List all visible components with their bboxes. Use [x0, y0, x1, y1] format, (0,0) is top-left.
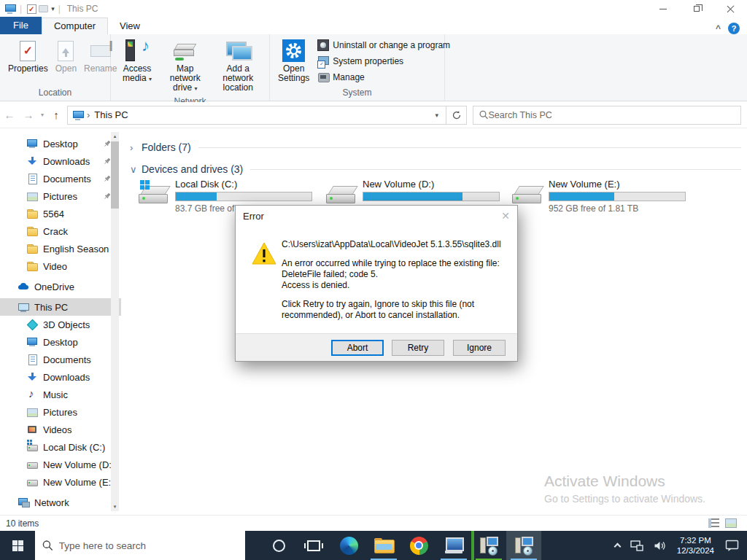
retry-button[interactable]: Retry	[392, 340, 444, 356]
sidebar-item-desktop-qa[interactable]: Desktop	[0, 135, 121, 152]
sidebar-scrollbar[interactable]: ▴ ▾	[111, 132, 119, 511]
sidebar-item-pictures[interactable]: Pictures	[0, 403, 121, 421]
start-button[interactable]	[0, 531, 35, 560]
sidebar-item-video[interactable]: Video	[0, 257, 121, 275]
drive-tile-new-volume-e[interactable]: New Volume (E:) 952 GB free of 1.81 TB	[512, 179, 694, 214]
sidebar-item-5564[interactable]: 5564	[0, 205, 121, 222]
open-button[interactable]: Open	[52, 36, 80, 76]
chrome-icon	[410, 537, 428, 555]
tab-view[interactable]: View	[108, 18, 152, 34]
sidebar-item-onedrive[interactable]: OneDrive	[0, 278, 121, 295]
dialog-title-bar[interactable]: Error ✕	[236, 206, 517, 226]
dropdown-caret-icon: ▾	[149, 76, 152, 82]
help-icon[interactable]: ?	[728, 23, 740, 34]
map-network-drive-button[interactable]: Map network drive ▾	[159, 36, 212, 96]
ignore-button[interactable]: Ignore	[453, 340, 506, 356]
folders-group-header[interactable]: › Folders (7)	[130, 139, 741, 155]
tray-expand-button[interactable]	[611, 531, 624, 560]
refresh-button[interactable]	[446, 106, 467, 125]
restore-button[interactable]	[680, 0, 713, 18]
cortana-button[interactable]	[261, 531, 296, 560]
expanded-chevron-icon[interactable]: ∨	[130, 164, 142, 175]
qat-properties-icon[interactable]: ✓	[26, 3, 37, 15]
volume-tray-button[interactable]	[650, 531, 670, 560]
task-view-button[interactable]	[296, 531, 331, 560]
this-pc-icon	[18, 301, 29, 313]
sidebar-item-documents-qa[interactable]: Documents	[0, 170, 121, 187]
dialog-close-icon[interactable]: ✕	[501, 210, 510, 222]
scrollbar-thumb[interactable]	[111, 141, 119, 209]
chrome-button[interactable]	[401, 531, 436, 560]
file-explorer-button[interactable]	[366, 531, 401, 560]
taskbar-clock[interactable]: 7:32 PM 12/3/2024	[673, 535, 719, 556]
explorer-search[interactable]	[473, 106, 741, 125]
installer-button-active[interactable]	[506, 531, 541, 560]
sidebar-item-videos[interactable]: Videos	[0, 421, 121, 438]
manage-button[interactable]: Manage	[317, 69, 450, 85]
taskbar-search-input[interactable]	[59, 540, 238, 551]
sidebar-item-english-season[interactable]: English Season	[0, 240, 121, 257]
sidebar-item-crack[interactable]: Crack	[0, 222, 121, 240]
tab-computer[interactable]: Computer	[42, 18, 108, 34]
installer-button[interactable]	[471, 531, 506, 560]
documents-icon	[26, 173, 38, 184]
edge-button[interactable]	[331, 531, 366, 560]
explorer-search-input[interactable]	[489, 110, 735, 120]
up-button[interactable]: ↑	[47, 109, 66, 121]
refresh-icon	[452, 110, 462, 120]
taskbar-search[interactable]	[35, 531, 245, 560]
ribbon-group-location: ✓ Properties Open Rename Location	[0, 34, 111, 101]
sidebar-item-downloads[interactable]: Downloads	[0, 368, 121, 386]
edge-icon	[340, 537, 358, 555]
breadcrumb[interactable]: This PC	[94, 109, 128, 120]
pin-icon	[104, 192, 111, 200]
access-media-button[interactable]: ♪ Access media ▾	[115, 36, 159, 86]
network-tray-button[interactable]	[627, 531, 647, 560]
sidebar-item-new-volume-e[interactable]: New Volume (E:)	[0, 473, 121, 491]
sidebar-item-3d-objects[interactable]: 3D Objects	[0, 316, 121, 333]
abort-button[interactable]: Abort	[331, 340, 384, 356]
installer-icon	[479, 536, 499, 556]
remote-desktop-button[interactable]	[436, 531, 471, 560]
tab-file[interactable]: File	[0, 17, 42, 34]
pictures-icon	[26, 406, 38, 418]
qat-customize-caret-icon[interactable]: ▾	[51, 5, 55, 12]
sidebar-item-pictures-qa[interactable]: Pictures	[0, 187, 121, 205]
action-center-icon	[725, 540, 739, 552]
uninstall-program-button[interactable]: Uninstall or change a program	[317, 37, 450, 53]
close-button[interactable]	[713, 0, 747, 18]
sidebar-item-downloads-qa[interactable]: Downloads	[0, 152, 121, 170]
sidebar-item-desktop[interactable]: Desktop	[0, 333, 121, 351]
scroll-up-icon[interactable]: ▴	[111, 132, 119, 141]
downloads-icon	[26, 155, 38, 167]
forward-button[interactable]: →	[19, 109, 38, 121]
address-bar[interactable]: › This PC ▾	[67, 106, 446, 125]
collapsed-chevron-icon[interactable]: ›	[130, 142, 142, 153]
scroll-down-icon[interactable]: ▾	[111, 502, 119, 511]
add-network-location-button[interactable]: Add a network location	[212, 36, 265, 95]
sidebar-item-this-pc[interactable]: This PC	[0, 298, 121, 316]
sidebar-item-music[interactable]: ♪ Music	[0, 386, 121, 403]
sidebar-item-new-volume-d[interactable]: New Volume (D:)	[0, 456, 121, 473]
sidebar-item-documents[interactable]: Documents	[0, 351, 121, 368]
back-button[interactable]: ←	[0, 109, 19, 121]
recent-locations-caret-icon[interactable]: ▾	[38, 112, 47, 118]
details-view-icon[interactable]	[708, 518, 719, 528]
address-dropdown-caret-icon[interactable]: ▾	[435, 112, 441, 119]
action-center-button[interactable]	[721, 531, 743, 560]
sidebar-item-network[interactable]: Network	[0, 494, 121, 511]
open-settings-button[interactable]: Open Settings	[274, 36, 313, 85]
error-file-path: C:\Users\izat\AppData\Local\VideoJet 5.1…	[282, 239, 516, 250]
system-properties-button[interactable]: System properties	[317, 53, 450, 69]
capacity-bar	[549, 192, 686, 201]
installer-icon	[514, 536, 534, 556]
breadcrumb-chevron-icon: ›	[87, 109, 90, 120]
minimize-button[interactable]	[646, 0, 680, 18]
devices-group-header[interactable]: ∨ Devices and drives (3)	[130, 161, 741, 177]
dialog-footer: Abort Retry Ignore	[236, 333, 517, 361]
qat-new-folder-icon[interactable]	[37, 3, 49, 15]
thumbnails-view-icon[interactable]	[725, 518, 737, 528]
properties-button[interactable]: ✓ Properties	[4, 36, 52, 76]
sidebar-item-local-disk-c[interactable]: Local Disk (C:)	[0, 438, 121, 456]
collapse-ribbon-icon[interactable]: ^	[716, 23, 721, 34]
